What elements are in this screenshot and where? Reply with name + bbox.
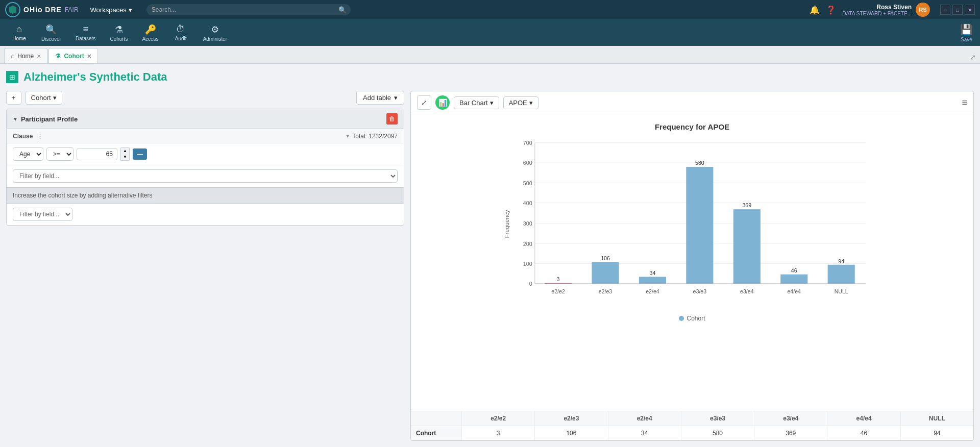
maximize-button[interactable]: □ xyxy=(952,5,963,15)
svg-text:580: 580 xyxy=(695,160,704,166)
chart-menu-icon: ≡ xyxy=(962,97,967,108)
svg-text:34: 34 xyxy=(650,270,656,276)
table-cell-e2e3: 106 xyxy=(535,426,608,440)
close-window-button[interactable]: ✕ xyxy=(965,5,975,15)
cohort-dropdown-button[interactable]: Cohort ▾ xyxy=(26,91,62,105)
tab-home[interactable]: ⌂ Home × xyxy=(4,48,47,63)
filter-field-select[interactable]: Filter by field... xyxy=(13,169,398,183)
svg-text:e2/e4: e2/e4 xyxy=(646,288,659,294)
chart-type-button[interactable]: 📊 xyxy=(435,95,450,110)
cohort-card: ▼ Participant Profile 🗑 Clause ⋮ ▼ Total… xyxy=(6,109,404,226)
expand-tab-icon[interactable]: ⤢ xyxy=(970,53,976,61)
save-icon: 💾 xyxy=(960,23,973,36)
bar-e2e4 xyxy=(639,277,666,283)
add-table-button[interactable]: Add table ▾ xyxy=(356,91,404,105)
question-icon[interactable]: ❓ xyxy=(826,5,836,15)
page-title: Alzheimer's Synthetic Data xyxy=(23,70,167,84)
age-value-input[interactable] xyxy=(77,148,117,160)
svg-text:94: 94 xyxy=(838,258,844,264)
tab-cohort[interactable]: ⚗ Cohort × xyxy=(48,48,98,63)
svg-text:400: 400 xyxy=(523,200,532,206)
add-cohort-button[interactable]: + xyxy=(6,91,21,105)
add-table-chevron-icon: ▾ xyxy=(394,94,398,102)
bar-e4e4 xyxy=(780,275,807,284)
chart-area: Frequency for APOE Frequency xyxy=(411,114,973,411)
minimize-button[interactable]: ─ xyxy=(940,5,950,15)
bar-e2e3 xyxy=(592,262,619,284)
save-btn-area: 💾 Save xyxy=(953,19,980,46)
notification-bell-icon[interactable]: 🔔 xyxy=(810,5,820,15)
clause-options-icon[interactable]: ⋮ xyxy=(37,132,43,140)
bar-chart-svg: Frequency 0 xyxy=(419,137,965,311)
user-avatar[interactable]: RS xyxy=(916,3,930,17)
page-title-icon: ⊞ xyxy=(6,71,18,83)
alt-filter-section: Increase the cohort size by adding alter… xyxy=(7,187,404,225)
svg-text:369: 369 xyxy=(742,202,751,208)
cohort-card-header: ▼ Participant Profile 🗑 xyxy=(7,109,404,129)
app-logo-icon xyxy=(5,2,20,17)
legend-cohort-dot xyxy=(679,316,684,321)
workspaces-button[interactable]: Workspaces ▾ xyxy=(86,4,136,16)
right-panel: ⤢ 📊 Bar Chart ▾ APOE ▾ ≡ Fre xyxy=(410,91,974,441)
nav-home[interactable]: ⌂ Home xyxy=(5,22,33,43)
audit-icon: ⏱ xyxy=(176,24,185,35)
svg-text:500: 500 xyxy=(523,180,532,186)
participant-profile-title: Participant Profile xyxy=(21,115,78,123)
table-cell-e4e4: 46 xyxy=(827,426,900,440)
table-cell-e3e3: 580 xyxy=(681,426,754,440)
logo-area: OHio DRE FAIR xyxy=(5,2,79,17)
nav-access[interactable]: 🔑 Access xyxy=(136,22,164,44)
home-tab-close[interactable]: × xyxy=(37,53,41,60)
logo-fair-text: FAIR xyxy=(65,6,79,13)
nav-datasets[interactable]: ≡ Datasets xyxy=(69,22,102,43)
cohort-collapse-icon[interactable]: ▼ xyxy=(13,116,18,122)
stepper-up[interactable]: ▲ xyxy=(121,148,129,154)
table-empty-header xyxy=(411,411,462,426)
svg-text:e3/e4: e3/e4 xyxy=(740,288,754,294)
logo-main-text: OHio DRE xyxy=(23,6,62,14)
cohort-toolbar: + Cohort ▾ Add table ▾ xyxy=(6,91,404,105)
chart-type-select[interactable]: Bar Chart ▾ xyxy=(454,96,499,109)
bar-null xyxy=(828,265,855,284)
save-button[interactable]: 💾 Save xyxy=(953,21,980,44)
bar-e3e3 xyxy=(686,167,713,284)
svg-text:e2/e3: e2/e3 xyxy=(599,288,612,294)
table-col-e3e4: e3/e4 xyxy=(754,411,827,426)
apoe-field-select[interactable]: APOE ▾ xyxy=(503,96,538,109)
nav-audit[interactable]: ⏱ Audit xyxy=(167,22,195,43)
age-field-select[interactable]: Age xyxy=(13,147,43,161)
chart-toolbar: ⤢ 📊 Bar Chart ▾ APOE ▾ ≡ xyxy=(411,91,973,114)
page-title-row: ⊞ Alzheimer's Synthetic Data xyxy=(6,70,974,84)
bar-e3e4 xyxy=(733,209,761,284)
tab-row-controls: ⤢ xyxy=(970,53,976,63)
table-cell-e3e4: 369 xyxy=(754,426,827,440)
administer-icon: ⚙ xyxy=(211,24,219,35)
chart-legend: Cohort xyxy=(419,315,965,322)
nav-cohorts[interactable]: ⚗ Cohorts xyxy=(104,22,134,44)
nav-administer[interactable]: ⚙ Administer xyxy=(197,22,233,44)
age-filter-row: Age >= ▲ ▼ — xyxy=(7,143,404,165)
value-stepper: ▲ ▼ xyxy=(120,147,130,160)
stepper-down[interactable]: ▼ xyxy=(121,154,129,160)
alt-filter-header: Increase the cohort size by adding alter… xyxy=(7,187,404,204)
nav-discover[interactable]: 🔍 Discover xyxy=(35,22,67,44)
chart-menu-button[interactable]: ≡ xyxy=(962,97,967,108)
clause-label: Clause xyxy=(13,133,33,140)
expand-chart-button[interactable]: ⤢ xyxy=(417,95,431,110)
remove-filter-button[interactable]: — xyxy=(133,148,147,160)
operator-select[interactable]: >= xyxy=(46,147,74,161)
cohorts-icon: ⚗ xyxy=(115,24,123,35)
table-cell-e2e2: 3 xyxy=(462,426,535,440)
user-info: Ross Stiven DATA STEWARD + FACETE... RS xyxy=(842,3,930,17)
delete-button[interactable]: 🗑 xyxy=(386,113,398,125)
clause-row: Clause ⋮ ▼ Total: 1232/2097 xyxy=(7,129,404,143)
cohort-tab-close[interactable]: × xyxy=(87,53,91,60)
search-input[interactable] xyxy=(146,4,351,15)
table-col-e2e4: e2/e4 xyxy=(608,411,681,426)
svg-text:600: 600 xyxy=(523,160,532,166)
total-badge: ▼ Total: 1232/2097 xyxy=(345,133,398,140)
datasets-icon: ≡ xyxy=(83,24,88,35)
svg-text:200: 200 xyxy=(523,241,532,247)
alt-filter-field-select[interactable]: Filter by field... xyxy=(13,208,72,221)
bar-chart-icon: 📊 xyxy=(438,98,447,107)
